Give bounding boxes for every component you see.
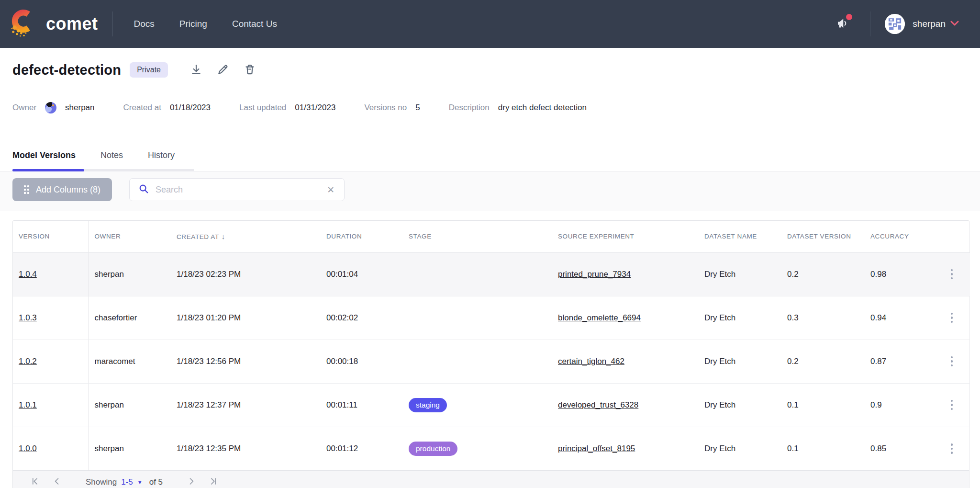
table-toolbar: Add Columns (8) ✕: [0, 171, 980, 211]
search-icon: [138, 183, 149, 196]
duration-cell: 00:01:12: [320, 427, 402, 470]
download-icon: [190, 63, 202, 77]
announcements-button[interactable]: [835, 16, 850, 32]
download-button[interactable]: [188, 61, 204, 79]
table-row: 1.0.4 sherpan 1/18/23 02:23 PM 00:01:04 …: [13, 252, 970, 296]
created-at-cell: 1/18/23 12:56 PM: [170, 340, 320, 383]
tabs-bar: Model Versions Notes History: [0, 144, 980, 171]
sort-desc-icon: ↓: [222, 232, 225, 240]
showing-label: Showing: [86, 477, 117, 487]
owner-cell: chasefortier: [88, 296, 170, 340]
nav-link-pricing[interactable]: Pricing: [179, 19, 207, 29]
duration-cell: 00:01:04: [320, 252, 402, 296]
add-columns-button[interactable]: Add Columns (8): [12, 178, 112, 201]
nav-links: Docs Pricing Contact Us: [134, 19, 277, 29]
pencil-icon: [217, 63, 229, 77]
version-link[interactable]: 1.0.0: [19, 444, 37, 453]
tab-notes[interactable]: Notes: [100, 144, 125, 171]
visibility-badge: Private: [130, 62, 168, 78]
row-menu-button[interactable]: [947, 441, 956, 457]
column-header-source-experiment[interactable]: SOURCE EXPERIMENT: [552, 221, 698, 252]
trash-icon: [244, 63, 256, 77]
column-header-created-at[interactable]: CREATED AT↓: [170, 221, 320, 252]
previous-page-button[interactable]: [50, 475, 64, 488]
top-navbar: comet Docs Pricing Contact Us: [0, 0, 980, 48]
table-row: 1.0.1 sherpan 1/18/23 12:37 PM 00:01:11 …: [13, 383, 970, 427]
search-box: ✕: [129, 178, 345, 201]
next-page-button[interactable]: [185, 475, 198, 488]
owner-value: sherpan: [65, 103, 94, 113]
stage-badge: staging: [409, 398, 447, 412]
version-link[interactable]: 1.0.1: [19, 400, 37, 409]
version-link[interactable]: 1.0.3: [19, 313, 37, 322]
row-menu-button[interactable]: [947, 266, 956, 283]
meta-last-updated: Last updated 01/31/2023: [239, 103, 335, 113]
user-name[interactable]: sherpan: [913, 19, 946, 29]
row-menu-button[interactable]: [947, 310, 956, 326]
source-experiment-link[interactable]: principal_offset_8195: [558, 444, 635, 453]
table-header-row: VERSION OWNER CREATED AT↓ DURATION STAGE…: [13, 221, 970, 252]
last-updated-label: Last updated: [239, 103, 286, 113]
tab-model-versions[interactable]: Model Versions: [12, 144, 78, 171]
column-header-owner[interactable]: OWNER: [88, 221, 170, 252]
tab-history[interactable]: History: [148, 144, 177, 171]
user-avatar[interactable]: [885, 14, 905, 34]
row-menu-button[interactable]: [947, 353, 956, 370]
nav-link-docs[interactable]: Docs: [134, 19, 155, 29]
dataset-version-cell: 0.3: [781, 296, 864, 340]
model-versions-table: VERSION OWNER CREATED AT↓ DURATION STAGE…: [12, 220, 969, 488]
stage-badge: production: [409, 442, 457, 456]
source-experiment-link[interactable]: certain_tiglon_462: [558, 357, 624, 366]
nav-link-contact-us[interactable]: Contact Us: [232, 19, 277, 29]
tab-scroll-track: [84, 169, 194, 171]
column-header-stage[interactable]: STAGE: [402, 221, 552, 252]
created-at-cell: 1/18/23 01:20 PM: [170, 296, 320, 340]
delete-button[interactable]: [242, 61, 258, 79]
last-page-button[interactable]: [207, 475, 220, 488]
version-link[interactable]: 1.0.2: [19, 357, 37, 366]
dataset-version-cell: 0.1: [781, 383, 864, 427]
comet-logo[interactable]: comet: [10, 8, 98, 40]
user-menu-chevron-icon[interactable]: [950, 20, 959, 28]
dataset-name-cell: Dry Etch: [698, 340, 781, 383]
source-experiment-link[interactable]: blonde_omelette_6694: [558, 313, 641, 322]
dataset-version-cell: 0.2: [781, 340, 864, 383]
source-experiment-link[interactable]: printed_prune_7934: [558, 270, 631, 279]
page-range-dropdown[interactable]: 1-5: [121, 477, 133, 487]
range-caret-icon[interactable]: ▼: [137, 479, 143, 485]
owner-cell: sherpan: [88, 383, 170, 427]
column-header-actions: [941, 221, 970, 252]
edit-button[interactable]: [215, 61, 231, 79]
created-at-value: 01/18/2023: [170, 103, 211, 113]
accuracy-cell: 0.94: [864, 296, 941, 340]
accuracy-cell: 0.98: [864, 252, 941, 296]
first-page-button[interactable]: [28, 475, 42, 488]
versions-no-value: 5: [415, 103, 420, 113]
duration-cell: 00:00:18: [320, 340, 402, 383]
version-link[interactable]: 1.0.4: [19, 270, 37, 279]
notification-dot: [846, 14, 852, 20]
dataset-name-cell: Dry Etch: [698, 252, 781, 296]
first-page-icon: [30, 477, 40, 488]
versions-no-label: Versions no: [364, 103, 407, 113]
stage-cell: [402, 340, 552, 383]
meta-versions-no: Versions no 5: [364, 103, 420, 113]
accuracy-cell: 0.87: [864, 340, 941, 383]
search-input[interactable]: [156, 185, 325, 195]
last-updated-value: 01/31/2023: [295, 103, 335, 113]
description-label: Description: [449, 103, 490, 113]
chevron-right-icon: [187, 477, 196, 488]
add-columns-label: Add Columns (8): [36, 185, 100, 195]
column-header-dataset-version[interactable]: DATASET VERSION: [781, 221, 864, 252]
row-menu-button[interactable]: [947, 397, 956, 413]
table-row: 1.0.0 sherpan 1/18/23 12:35 PM 00:01:12 …: [13, 427, 970, 470]
search-clear-icon[interactable]: ✕: [325, 183, 336, 196]
column-header-version[interactable]: VERSION: [13, 221, 88, 252]
pagination-bar: Showing 1-5 ▼ of 5: [13, 470, 969, 488]
dataset-version-cell: 0.2: [781, 252, 864, 296]
dataset-name-cell: Dry Etch: [698, 383, 781, 427]
column-header-accuracy[interactable]: ACCURACY: [864, 221, 941, 252]
column-header-dataset-name[interactable]: DATASET NAME: [698, 221, 781, 252]
source-experiment-link[interactable]: developed_trust_6328: [558, 400, 638, 409]
column-header-duration[interactable]: DURATION: [320, 221, 402, 252]
